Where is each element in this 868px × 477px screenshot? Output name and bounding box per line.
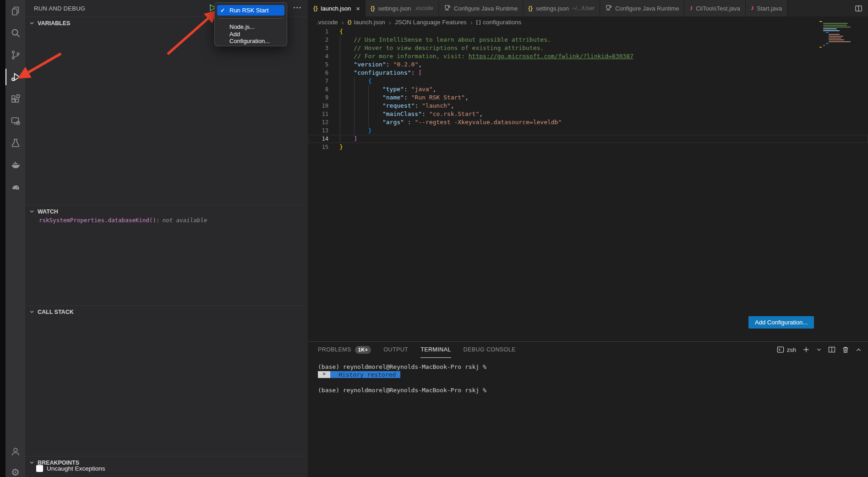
editor-area: {}launch.json×{}settings.json.vscodeConf… (308, 0, 868, 477)
line-number: 8 (308, 85, 328, 93)
testing-icon[interactable] (5, 132, 25, 154)
panel-header: PROBLEMS1K+OUTPUTTERMINALDEBUG CONSOLE z… (308, 342, 868, 357)
split-terminal-icon[interactable] (828, 346, 835, 353)
line-content: "version": "0.2.0", (339, 60, 422, 69)
tab-label: Configure Java Runtime (615, 5, 679, 12)
line-number: 15 (308, 143, 328, 151)
source-control-icon[interactable] (5, 44, 25, 66)
tab-label: CliToolsTest.java (696, 5, 740, 12)
code-line-1[interactable]: 1{ (308, 27, 868, 36)
code-line-7[interactable]: 7 { (308, 77, 868, 85)
editor-tab-clitoolstest-java[interactable]: JCliToolsTest.java (684, 0, 745, 16)
minimap-line (823, 45, 825, 46)
minimap-line (823, 23, 848, 24)
line-number: 14 (308, 135, 328, 143)
code-line-9[interactable]: 9 "name": "Run RSK Start", (308, 93, 868, 102)
checkbox[interactable] (36, 465, 43, 472)
editor-tab-bar: {}launch.json×{}settings.json.vscodeConf… (308, 0, 868, 16)
tab-detail: ~/.../User (572, 5, 595, 11)
tab-label: settings.json (378, 5, 411, 12)
panel-tab-label: TERMINAL (420, 346, 451, 353)
section-call-stack[interactable]: CALL STACK (25, 305, 308, 318)
minimap[interactable] (819, 21, 852, 49)
panel-tab-output[interactable]: OUTPUT (383, 342, 408, 358)
menu-separator (218, 18, 283, 19)
minimap-line (829, 36, 843, 37)
terminal-line (318, 378, 868, 386)
split-editor-icon[interactable] (855, 5, 863, 12)
code-line-3[interactable]: 3 // Hover to view descriptions of exist… (308, 44, 868, 52)
maximize-panel-chevron-icon[interactable] (856, 347, 862, 353)
java-cup-icon (444, 4, 451, 12)
json-braces-icon: {} (348, 19, 352, 25)
section-watch[interactable]: WATCH (25, 205, 308, 218)
code-line-13[interactable]: 13 } (308, 126, 868, 135)
editor-tab-configure-java-runtime[interactable]: Configure Java Runtime (600, 0, 684, 16)
minimap-line (826, 32, 829, 33)
gradle-icon[interactable] (5, 176, 25, 198)
panel-tab-debug-console[interactable]: DEBUG CONSOLE (464, 342, 516, 358)
code-line-6[interactable]: 6 "configurations": [ (308, 69, 868, 77)
menu-item-add-configuration-[interactable]: Add Configuration... (217, 32, 284, 43)
editor-tab-configure-java-runtime[interactable]: Configure Java Runtime (439, 0, 523, 16)
remote-explorer-icon[interactable] (5, 110, 25, 132)
terminal-line: * History restored (318, 371, 868, 378)
breakpoint-uncaught-exceptions[interactable]: Uncaught Exceptions (36, 465, 105, 472)
docker-icon[interactable] (5, 154, 25, 176)
section-label: CALL STACK (38, 309, 74, 315)
code-line-11[interactable]: 11 "mainClass": "co.rsk.Start", (308, 110, 868, 118)
editor-tab-settings-json[interactable]: {}settings.json~/.../User (523, 0, 600, 16)
breadcrumb-item[interactable]: .vscode (317, 19, 338, 26)
close-tab-icon[interactable]: × (356, 5, 360, 12)
panel-tab-terminal[interactable]: TERMINAL (420, 342, 451, 358)
line-content: "name": "Run RSK Start", (339, 93, 469, 102)
extensions-icon[interactable] (5, 88, 25, 110)
json-braces-icon: {} (313, 5, 317, 11)
minimap-line (819, 47, 822, 48)
editor-tab-launch-json[interactable]: {}launch.json× (308, 0, 366, 16)
menu-item-label: Run RSK Start (229, 7, 268, 14)
code-line-15[interactable]: 15} (308, 143, 868, 151)
terminal-output[interactable]: (base) reynoldmorel@Reynolds-MacBook-Pro… (308, 357, 868, 394)
code-line-10[interactable]: 10 "request": "launch", (308, 102, 868, 110)
breadcrumb-item[interactable]: [ ]configurations (476, 19, 522, 26)
new-terminal-icon[interactable] (802, 346, 810, 353)
chevron-down-icon (29, 209, 34, 214)
line-number: 7 (308, 77, 328, 85)
editor-tab-start-java[interactable]: JStart.java (746, 0, 787, 16)
search-icon[interactable] (5, 22, 25, 44)
shell-label: zsh (787, 346, 796, 353)
panel-tab-problems[interactable]: PROBLEMS1K+ (318, 342, 371, 358)
line-number: 5 (308, 60, 328, 69)
terminal-shell-select[interactable]: zsh (777, 346, 796, 353)
watch-expression-row[interactable]: rskSystemProperties.databaseKind():not a… (39, 217, 207, 224)
terminal-line: (base) reynoldmorel@Reynolds-MacBook-Pro… (318, 363, 868, 371)
more-actions-icon[interactable]: ··· (293, 4, 302, 12)
chevron-down-icon (29, 309, 34, 314)
code-line-5[interactable]: 5 "version": "0.2.0", (308, 60, 868, 69)
accounts-icon[interactable] (5, 440, 25, 462)
code-line-2[interactable]: 2 // Use IntelliSense to learn about pos… (308, 36, 868, 44)
chevron-down-icon (29, 460, 34, 465)
run-and-debug-icon[interactable] (5, 66, 25, 88)
launch-profile-chevron-icon[interactable] (816, 347, 822, 352)
code-line-12[interactable]: 12 "args" : "--regtest -Xkeyvalue.dataso… (308, 118, 868, 126)
code-editor[interactable]: 1{2 // Use IntelliSense to learn about p… (308, 27, 868, 151)
breadcrumb-label: configurations (483, 19, 521, 26)
menu-item-run-rsk-start[interactable]: ✓Run RSK Start (217, 5, 284, 16)
add-configuration-button[interactable]: Add Configuration... (748, 316, 814, 329)
editor-tab-settings-json[interactable]: {}settings.json.vscode (366, 0, 439, 16)
explorer-icon[interactable] (5, 0, 25, 22)
watch-value: not available (162, 217, 207, 224)
line-content: { (339, 77, 371, 85)
line-number: 3 (308, 44, 328, 52)
kill-terminal-trash-icon[interactable] (842, 346, 849, 353)
breadcrumb-item[interactable]: {}launch.json (348, 19, 385, 26)
breadcrumb-item[interactable]: JSON Language Features (395, 19, 467, 26)
settings-gear-icon[interactable]: ⚙ (5, 461, 25, 477)
code-line-4[interactable]: 4 // For more information, visit: https:… (308, 52, 868, 60)
code-line-14[interactable]: 14 ] (308, 135, 868, 143)
line-content: } (339, 126, 371, 135)
code-line-8[interactable]: 8 "type": "java", (308, 85, 868, 93)
line-number: 13 (308, 126, 328, 135)
